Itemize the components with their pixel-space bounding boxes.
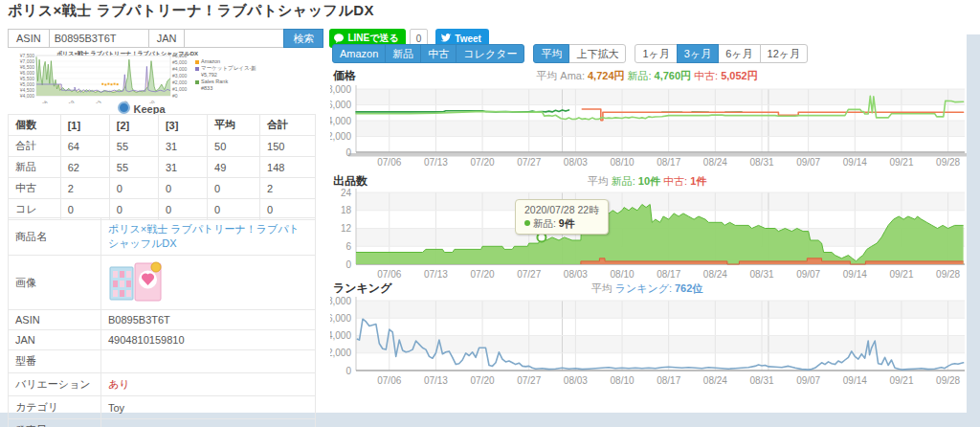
table-row: カテゴリToy <box>9 396 316 419</box>
counts-header-cell: [2] <box>109 115 158 136</box>
product-field-value: Toy <box>101 396 316 419</box>
toolbar-button-上下拡大[interactable]: 上下拡大 <box>568 44 626 63</box>
svg-text:09/28: 09/28 <box>936 269 960 278</box>
chart-toolbar: Amazon新品中古コレクター平均上下拡大1ヶ月3ヶ月6ヶ月12ヶ月 <box>332 44 808 63</box>
counts-cell: 148 <box>260 157 316 178</box>
keepa-legend: Amazonマーケットプレイス-新¥5,792Sales Rank#833 <box>195 58 256 92</box>
asin-input[interactable] <box>49 29 148 48</box>
counts-cell: 0 <box>158 178 207 199</box>
asin-label: ASIN <box>8 29 49 48</box>
product-field-value <box>101 256 316 310</box>
svg-text:07/13: 07/13 <box>424 157 448 168</box>
svg-text:09/07: 09/07 <box>796 375 820 386</box>
svg-text:09/21: 09/21 <box>889 157 913 168</box>
toolbar-button-Amazon[interactable]: Amazon <box>332 44 386 63</box>
counts-cell: 62 <box>60 157 109 178</box>
toolbar-button-コレクター[interactable]: コレクター <box>456 44 524 63</box>
tooltip-value: 新品: 9件 <box>524 216 599 230</box>
toolbar-button-新品[interactable]: 新品 <box>385 44 421 63</box>
counts-cell: 2 <box>60 178 109 199</box>
svg-text:#3,000: #3,000 <box>172 73 188 79</box>
svg-text:2,000: 2,000 <box>330 348 351 358</box>
counts-cell: 中古 <box>9 178 61 199</box>
svg-text:6,000: 6,000 <box>330 313 351 324</box>
line-share-label: LINEで送る <box>347 32 398 45</box>
counts-header-cell: [1] <box>60 115 109 136</box>
product-field-label: 発売日 <box>9 419 101 427</box>
table-row: 画像 <box>9 256 316 310</box>
table-row: 新品62553149148 <box>9 157 316 178</box>
toolbar-button-3ヶ月[interactable]: 3ヶ月 <box>677 44 719 63</box>
toolbar-button-平均[interactable]: 平均 <box>533 44 569 63</box>
toolbar-button-中古[interactable]: 中古 <box>420 44 457 63</box>
counts-cell: 49 <box>208 157 260 178</box>
svg-text:08/31: 08/31 <box>749 375 773 386</box>
svg-text:07/20: 07/20 <box>471 157 495 168</box>
product-name-link[interactable]: ポリス×戦士 ラブパトリーナ！ラブパトシャッフルDX <box>108 223 300 249</box>
product-field-value: 20200730 <box>101 419 316 427</box>
new-series-dot-icon <box>524 220 530 226</box>
toolbar-button-12ヶ月[interactable]: 12ヶ月 <box>760 44 809 63</box>
product-field-value: あり <box>101 373 316 396</box>
tooltip-date: 2020/07/28 22時 <box>524 203 599 216</box>
page: ポリス×戦士 ラブパトリーナ！ラブパトシャッフルDX ASIN JAN 検索 L… <box>0 0 980 427</box>
product-field-label: 型番 <box>9 350 101 373</box>
search-button[interactable]: 検索 <box>283 29 323 48</box>
price-chart[interactable]: 02,0004,0006,0008,00007/0607/1307/2007/2… <box>330 65 967 170</box>
table-row: JAN4904810159810 <box>9 330 316 350</box>
svg-text:08/03: 08/03 <box>564 375 588 386</box>
product-field-label: 商品名 <box>9 218 101 256</box>
svg-text:09/21: 09/21 <box>889 269 913 278</box>
svg-text:12: 12 <box>341 223 352 234</box>
svg-text:09/14: 09/14 <box>843 269 867 278</box>
svg-text:07/13: 07/13 <box>424 375 448 386</box>
counts-cell: 31 <box>158 136 207 157</box>
keepa-logo[interactable]: Keepa <box>8 101 276 115</box>
svg-text:07/27: 07/27 <box>517 157 541 168</box>
product-field-label: JAN <box>9 330 101 350</box>
keepa-icon <box>118 101 130 114</box>
svg-text:6: 6 <box>345 241 351 252</box>
button-group-series: Amazon新品中古コレクター <box>332 44 524 63</box>
jan-input[interactable] <box>184 29 283 48</box>
svg-text:09/07: 09/07 <box>796 157 820 168</box>
twitter-bird-icon <box>440 34 452 43</box>
keepa-mini-chart[interactable]: ポリス×戦士 ラブパトリーナ！ラブパトシャッフルDX ¥7,500¥7,000¥… <box>8 50 323 103</box>
keepa-legend-item: マーケットプレイス-新 <box>195 65 256 72</box>
svg-text:08/17: 08/17 <box>657 157 680 168</box>
counts-cell: 新品 <box>9 157 61 178</box>
svg-text:0: 0 <box>345 147 351 158</box>
svg-text:#4,000: #4,000 <box>172 66 188 72</box>
counts-header-cell: 個数 <box>9 115 61 136</box>
product-field-label: ASIN <box>9 310 101 330</box>
counts-cell: 2 <box>260 178 316 199</box>
svg-text:07/06: 07/06 <box>377 269 401 278</box>
toolbar-button-6ヶ月[interactable]: 6ヶ月 <box>718 44 760 63</box>
svg-text:08/03: 08/03 <box>564 157 588 168</box>
product-field-value: ポリス×戦士 ラブパトリーナ！ラブパトシャッフルDX <box>101 218 316 256</box>
table-row: 商品名ポリス×戦士 ラブパトリーナ！ラブパトシャッフルDX <box>9 218 316 256</box>
svg-text:08/17: 08/17 <box>657 269 680 278</box>
svg-text:18: 18 <box>341 205 352 215</box>
listings-chart[interactable]: 0612182407/0607/1307/2007/2708/0308/1008… <box>330 170 967 278</box>
svg-text:0: 0 <box>345 366 351 376</box>
product-field-label: 画像 <box>9 256 101 310</box>
button-group-period: 1ヶ月3ヶ月6ヶ月12ヶ月 <box>635 44 808 63</box>
product-field-value <box>101 350 316 373</box>
counts-cell: 合計 <box>9 136 61 157</box>
chart-tooltip: 2020/07/28 22時 新品: 9件 <box>515 199 609 235</box>
price-averages: 平均Ama:4,724円新品:4,760円中古:5,052円 <box>330 69 967 83</box>
line-icon <box>333 33 345 44</box>
svg-text:07/27: 07/27 <box>517 269 541 278</box>
svg-text:4,000: 4,000 <box>330 116 351 126</box>
counts-cell: 31 <box>158 157 207 178</box>
product-field-value: 4904810159810 <box>101 330 316 350</box>
listings-averages: 平均新品:10件中古:1件 <box>330 174 967 189</box>
svg-text:0: 0 <box>345 259 351 270</box>
ranking-chart[interactable]: 02,0004,0006,0008,00007/0607/1307/2007/2… <box>330 278 967 391</box>
svg-text:08/10: 08/10 <box>611 157 635 168</box>
svg-text:09/28: 09/28 <box>936 157 960 168</box>
toolbar-button-1ヶ月[interactable]: 1ヶ月 <box>635 44 677 63</box>
counts-cell: 55 <box>109 157 158 178</box>
tweet-label: Tweet <box>455 34 481 44</box>
